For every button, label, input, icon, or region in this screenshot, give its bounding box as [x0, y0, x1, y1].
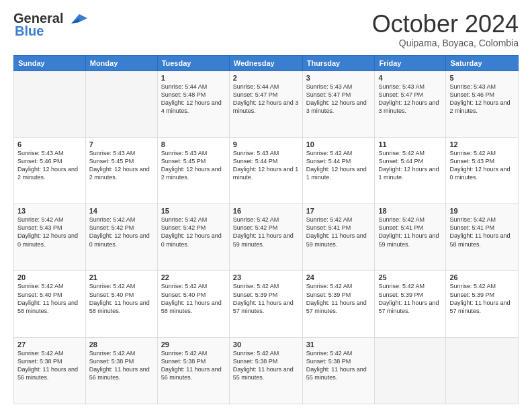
day-info: Sunrise: 5:42 AMSunset: 5:41 PMDaylight:… [306, 216, 371, 248]
title-block: October 2024 Quipama, Boyaca, Colombia [372, 11, 519, 48]
day-number: 17 [306, 207, 371, 215]
calendar-cell: 26Sunrise: 5:42 AMSunset: 5:39 PMDayligh… [446, 271, 519, 337]
day-number: 29 [161, 340, 226, 349]
day-info: Sunrise: 5:42 AMSunset: 5:44 PMDaylight:… [306, 149, 371, 182]
calendar-cell: 16Sunrise: 5:42 AMSunset: 5:42 PMDayligh… [229, 204, 302, 271]
location: Quipama, Boyaca, Colombia [372, 38, 519, 48]
logo: General Blue [13, 11, 87, 39]
calendar-cell: 20Sunrise: 5:42 AMSunset: 5:40 PMDayligh… [14, 271, 86, 337]
day-info: Sunrise: 5:43 AMSunset: 5:47 PMDaylight:… [378, 83, 442, 116]
day-number: 4 [378, 74, 442, 82]
day-info: Sunrise: 5:42 AMSunset: 5:39 PMDaylight:… [378, 282, 442, 315]
day-info: Sunrise: 5:43 AMSunset: 5:47 PMDaylight:… [306, 83, 371, 116]
calendar-cell [85, 71, 157, 137]
day-number: 15 [161, 207, 226, 215]
calendar-week-3: 13Sunrise: 5:42 AMSunset: 5:43 PMDayligh… [14, 204, 519, 271]
day-number: 20 [17, 273, 82, 281]
day-number: 16 [233, 207, 299, 215]
calendar-cell: 24Sunrise: 5:42 AMSunset: 5:39 PMDayligh… [302, 271, 375, 337]
day-number: 23 [233, 273, 299, 281]
day-info: Sunrise: 5:44 AMSunset: 5:48 PMDaylight:… [161, 83, 226, 116]
logo-blue: Blue [15, 24, 44, 39]
day-number: 27 [17, 340, 82, 349]
day-info: Sunrise: 5:43 AMSunset: 5:45 PMDaylight:… [161, 149, 226, 182]
day-number: 8 [161, 140, 226, 148]
calendar-cell: 3Sunrise: 5:43 AMSunset: 5:47 PMDaylight… [302, 71, 375, 137]
day-info: Sunrise: 5:42 AMSunset: 5:38 PMDaylight:… [233, 349, 299, 382]
calendar-cell: 30Sunrise: 5:42 AMSunset: 5:38 PMDayligh… [229, 337, 302, 404]
day-info: Sunrise: 5:42 AMSunset: 5:40 PMDaylight:… [89, 282, 154, 315]
calendar-week-1: 1Sunrise: 5:44 AMSunset: 5:48 PMDaylight… [14, 71, 519, 137]
day-info: Sunrise: 5:42 AMSunset: 5:40 PMDaylight:… [161, 282, 226, 315]
day-info: Sunrise: 5:42 AMSunset: 5:39 PMDaylight:… [449, 282, 515, 315]
calendar-cell: 12Sunrise: 5:42 AMSunset: 5:43 PMDayligh… [446, 137, 519, 203]
day-number: 5 [449, 74, 515, 82]
day-info: Sunrise: 5:42 AMSunset: 5:44 PMDaylight:… [378, 149, 442, 182]
calendar-cell: 15Sunrise: 5:42 AMSunset: 5:42 PMDayligh… [157, 204, 229, 271]
calendar-cell: 14Sunrise: 5:42 AMSunset: 5:42 PMDayligh… [85, 204, 157, 271]
calendar-cell: 1Sunrise: 5:44 AMSunset: 5:48 PMDaylight… [157, 71, 229, 137]
day-number: 30 [233, 340, 299, 349]
day-info: Sunrise: 5:42 AMSunset: 5:39 PMDaylight:… [233, 282, 299, 315]
calendar-cell: 17Sunrise: 5:42 AMSunset: 5:41 PMDayligh… [302, 204, 375, 271]
calendar-header-friday: Friday [375, 55, 446, 71]
calendar-cell [14, 71, 86, 137]
day-number: 6 [17, 140, 82, 148]
day-info: Sunrise: 5:42 AMSunset: 5:43 PMDaylight:… [449, 149, 515, 182]
calendar-cell: 7Sunrise: 5:43 AMSunset: 5:45 PMDaylight… [85, 137, 157, 203]
calendar-cell: 29Sunrise: 5:42 AMSunset: 5:38 PMDayligh… [157, 337, 229, 404]
calendar-header-thursday: Thursday [302, 55, 375, 71]
day-info: Sunrise: 5:43 AMSunset: 5:44 PMDaylight:… [233, 149, 299, 182]
calendar-table: SundayMondayTuesdayWednesdayThursdayFrid… [13, 55, 519, 404]
calendar-cell: 27Sunrise: 5:42 AMSunset: 5:38 PMDayligh… [14, 337, 86, 404]
calendar-cell: 31Sunrise: 5:42 AMSunset: 5:38 PMDayligh… [302, 337, 375, 404]
day-info: Sunrise: 5:44 AMSunset: 5:47 PMDaylight:… [233, 83, 299, 116]
day-info: Sunrise: 5:43 AMSunset: 5:46 PMDaylight:… [17, 149, 82, 182]
calendar-cell: 19Sunrise: 5:42 AMSunset: 5:41 PMDayligh… [446, 204, 519, 271]
calendar-header-wednesday: Wednesday [229, 55, 302, 71]
day-number: 22 [161, 273, 226, 281]
calendar-cell: 5Sunrise: 5:43 AMSunset: 5:46 PMDaylight… [446, 71, 519, 137]
day-info: Sunrise: 5:42 AMSunset: 5:42 PMDaylight:… [161, 216, 226, 248]
day-number: 21 [89, 273, 154, 281]
calendar-cell: 21Sunrise: 5:42 AMSunset: 5:40 PMDayligh… [85, 271, 157, 337]
calendar-cell [375, 337, 446, 404]
day-number: 18 [378, 207, 442, 215]
calendar-header-row: SundayMondayTuesdayWednesdayThursdayFrid… [14, 55, 519, 71]
calendar-header-saturday: Saturday [446, 55, 519, 71]
calendar-cell: 23Sunrise: 5:42 AMSunset: 5:39 PMDayligh… [229, 271, 302, 337]
calendar-header-tuesday: Tuesday [157, 55, 229, 71]
calendar-cell: 9Sunrise: 5:43 AMSunset: 5:44 PMDaylight… [229, 137, 302, 203]
day-info: Sunrise: 5:42 AMSunset: 5:41 PMDaylight:… [449, 216, 515, 248]
day-info: Sunrise: 5:42 AMSunset: 5:38 PMDaylight:… [17, 349, 82, 382]
day-number: 7 [89, 140, 154, 148]
calendar-cell: 4Sunrise: 5:43 AMSunset: 5:47 PMDaylight… [375, 71, 446, 137]
calendar-cell: 28Sunrise: 5:42 AMSunset: 5:38 PMDayligh… [85, 337, 157, 404]
day-info: Sunrise: 5:42 AMSunset: 5:38 PMDaylight:… [161, 349, 226, 382]
day-info: Sunrise: 5:42 AMSunset: 5:38 PMDaylight:… [89, 349, 154, 382]
day-info: Sunrise: 5:42 AMSunset: 5:43 PMDaylight:… [17, 216, 82, 248]
day-number: 31 [306, 340, 371, 349]
calendar-header-monday: Monday [85, 55, 157, 71]
day-number: 9 [233, 140, 299, 148]
day-number: 13 [17, 207, 82, 215]
calendar-cell: 25Sunrise: 5:42 AMSunset: 5:39 PMDayligh… [375, 271, 446, 337]
calendar-cell [446, 337, 519, 404]
day-number: 10 [306, 140, 371, 148]
day-info: Sunrise: 5:42 AMSunset: 5:42 PMDaylight:… [89, 216, 154, 248]
calendar-cell: 6Sunrise: 5:43 AMSunset: 5:46 PMDaylight… [14, 137, 86, 203]
day-info: Sunrise: 5:42 AMSunset: 5:38 PMDaylight:… [306, 349, 371, 382]
header: General Blue October 2024 Quipama, Boyac… [13, 11, 519, 48]
day-number: 12 [449, 140, 515, 148]
calendar-week-4: 20Sunrise: 5:42 AMSunset: 5:40 PMDayligh… [14, 271, 519, 337]
day-info: Sunrise: 5:42 AMSunset: 5:40 PMDaylight:… [17, 282, 82, 315]
day-number: 11 [378, 140, 442, 148]
month-title: October 2024 [372, 11, 519, 38]
calendar-cell: 2Sunrise: 5:44 AMSunset: 5:47 PMDaylight… [229, 71, 302, 137]
calendar-cell: 10Sunrise: 5:42 AMSunset: 5:44 PMDayligh… [302, 137, 375, 203]
day-number: 3 [306, 74, 371, 82]
calendar-cell: 8Sunrise: 5:43 AMSunset: 5:45 PMDaylight… [157, 137, 229, 203]
page: General Blue October 2024 Quipama, Boyac… [0, 0, 532, 411]
day-info: Sunrise: 5:43 AMSunset: 5:46 PMDaylight:… [449, 83, 515, 116]
day-number: 19 [449, 207, 515, 215]
